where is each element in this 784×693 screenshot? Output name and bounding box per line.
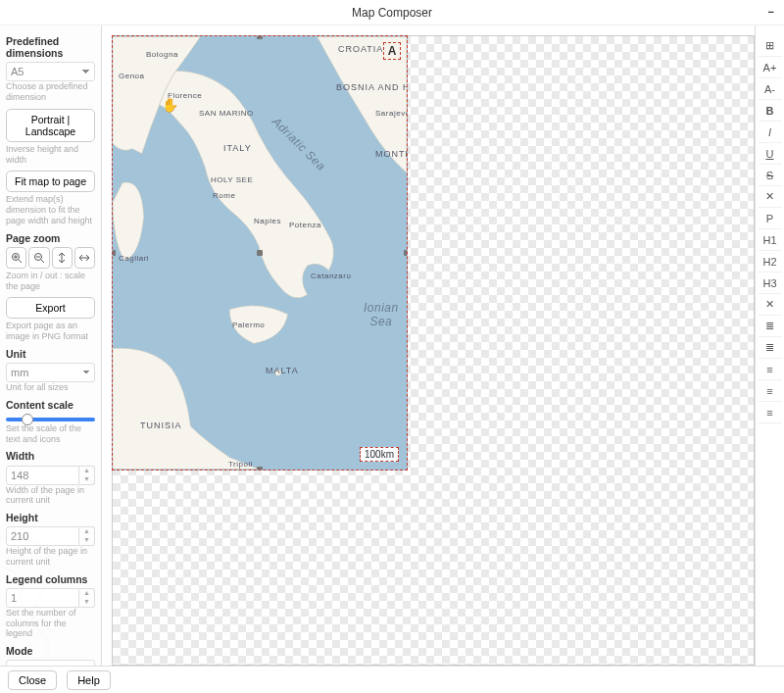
unit-label: Unit <box>6 348 95 360</box>
label-croatia: CROATIA <box>338 44 383 54</box>
label-holy-see: HOLY SEE <box>211 175 253 184</box>
left-sidebar: Predefined dimensions A5 Choose a predef… <box>0 25 102 666</box>
dimensions-select[interactable]: A5 <box>6 62 95 81</box>
scale-bar[interactable]: 100km <box>360 447 399 462</box>
zoom-label: Page zoom <box>6 232 95 244</box>
label-genoa: Genoa <box>119 72 145 80</box>
label-potenza: Potenza <box>289 221 321 229</box>
legend-help: Set the number of columns for the legend <box>6 608 95 639</box>
resize-handle-left[interactable] <box>112 250 116 256</box>
label-montenegro: MONTENE <box>375 149 408 159</box>
mode-select[interactable]: layout <box>6 660 95 666</box>
scale-help: Set the scale of the text and icons <box>6 423 95 445</box>
align-left-button[interactable]: ≡ <box>759 359 782 380</box>
height-help: Height of the page in current unit <box>6 546 95 568</box>
app-title: Map Composer <box>352 6 432 20</box>
scale-label: Content scale <box>6 399 95 411</box>
label-malta: MALTA <box>266 366 299 375</box>
underline-button[interactable]: U <box>759 143 782 165</box>
resize-handle-top[interactable] <box>257 35 263 39</box>
h3-button[interactable]: H3 <box>759 272 782 294</box>
dimensions-label: Predefined dimensions <box>6 35 95 59</box>
label-tripoli: Tripoli <box>228 460 253 469</box>
center-handle[interactable] <box>257 250 263 256</box>
paragraph-button[interactable]: P <box>759 208 782 229</box>
hand-cursor-icon: ✋ <box>162 97 178 113</box>
zoom-help: Zoom in / out : scale the page <box>6 271 95 292</box>
strike-button[interactable]: S <box>759 165 782 186</box>
font-inc-button[interactable]: A+ <box>759 57 782 78</box>
list-ol-button[interactable]: ≣ <box>759 337 782 359</box>
height-stepper[interactable]: ▲▼ <box>79 526 95 546</box>
bold-button[interactable]: B <box>759 100 782 122</box>
right-toolbar: ⊞A+A-BIUS✕PH1H2H3✕≣≣≡≡≡ <box>755 25 784 666</box>
width-stepper[interactable]: ▲▼ <box>79 466 95 485</box>
label-san-marino: SAN MARINO <box>199 109 254 118</box>
help-button[interactable]: Help <box>67 670 111 690</box>
list-ul-button[interactable]: ≣ <box>759 316 782 337</box>
canvas-area[interactable]: CROATIA BOSNIA AND HERZEGOVINA ITALY SAN… <box>102 25 755 666</box>
zoom-in-icon[interactable] <box>6 247 26 269</box>
close-button[interactable]: Close <box>8 670 57 690</box>
label-tunisia: TUNISIA <box>140 421 182 430</box>
remove-format-button[interactable]: ✕ <box>759 186 782 208</box>
orientation-button[interactable]: Portrait | Landscape <box>6 109 95 142</box>
zoom-fit-width-icon[interactable] <box>74 247 95 269</box>
legend-label: Legend columns <box>6 573 95 585</box>
legend-columns-input[interactable] <box>6 588 79 608</box>
label-naples: Naples <box>254 217 281 225</box>
add-text-button[interactable]: ⊞ <box>759 35 782 57</box>
minimize-button[interactable]: − <box>768 6 774 18</box>
width-label: Width <box>6 450 95 462</box>
align-center-button[interactable]: ≡ <box>759 380 782 402</box>
zoom-out-icon[interactable] <box>28 247 49 269</box>
fit-map-help: Extend map(s) dimension to fit the page … <box>6 194 95 225</box>
resize-handle-bottom[interactable] <box>257 467 263 470</box>
footer: Close Help <box>0 666 784 693</box>
dimensions-help: Choose a predefined dimension <box>6 81 95 103</box>
north-arrow[interactable]: A <box>383 42 401 60</box>
italic-button[interactable]: I <box>759 122 782 143</box>
height-label: Height <box>6 512 95 523</box>
svg-line-6 <box>41 260 44 263</box>
h1-button[interactable]: H1 <box>759 229 782 251</box>
label-bosnia: BOSNIA AND HERZEGOVINA <box>336 83 408 92</box>
h2-button[interactable]: H2 <box>759 251 782 272</box>
export-button[interactable]: Export <box>6 297 95 319</box>
label-ionian: Ionian Sea <box>364 301 399 328</box>
width-input[interactable] <box>6 466 79 485</box>
unit-select[interactable]: mm <box>6 363 95 382</box>
resize-handle-right[interactable] <box>404 250 408 256</box>
orientation-help: Inverse height and width <box>6 144 95 166</box>
label-rome: Rome <box>213 191 235 200</box>
label-italy: ITALY <box>223 143 252 153</box>
label-palermo: Palermo <box>232 321 265 329</box>
legend-stepper[interactable]: ▲▼ <box>79 588 95 608</box>
export-help: Export page as an image in PNG format <box>6 321 95 342</box>
label-bologna: Bologna <box>146 50 178 59</box>
mode-label: Mode <box>6 645 95 657</box>
font-dec-button[interactable]: A- <box>759 78 782 100</box>
height-input[interactable] <box>6 526 79 546</box>
zoom-fit-height-icon[interactable] <box>52 247 73 269</box>
map-frame[interactable]: CROATIA BOSNIA AND HERZEGOVINA ITALY SAN… <box>112 35 408 470</box>
align-right-button[interactable]: ≡ <box>759 402 782 423</box>
label-catanzaro: Catanzaro <box>311 272 351 280</box>
label-cagliari: Cagliari <box>119 254 149 263</box>
title-bar: Map Composer − <box>0 0 784 25</box>
unit-help: Unit for all sizes <box>6 382 95 393</box>
content-scale-slider[interactable] <box>6 418 95 421</box>
width-help: Width of the page in current unit <box>6 485 95 507</box>
fit-map-button[interactable]: Fit map to page <box>6 171 95 192</box>
clear-button[interactable]: ✕ <box>759 294 782 316</box>
svg-line-3 <box>19 260 22 263</box>
label-sarajevo: Sarajevo <box>375 109 408 118</box>
